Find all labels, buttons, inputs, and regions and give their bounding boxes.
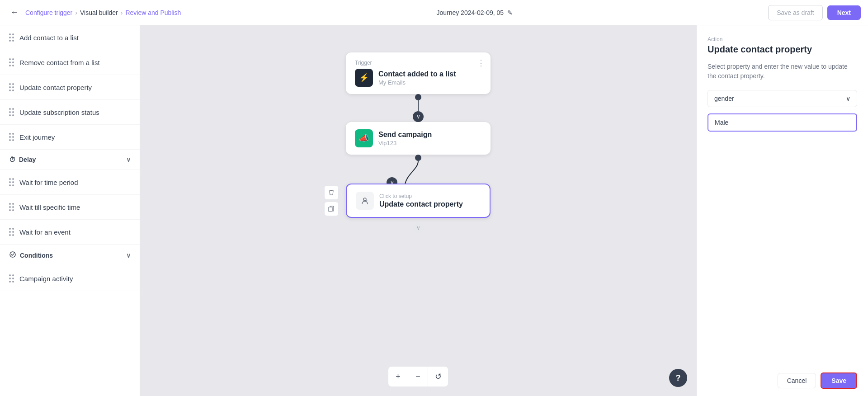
cancel-button[interactable]: Cancel bbox=[778, 373, 816, 388]
drag-handle bbox=[9, 228, 14, 236]
edit-title-icon[interactable]: ✎ bbox=[507, 9, 513, 16]
sidebar-label-wait-specific-time: Wait till specific time bbox=[19, 203, 80, 211]
drag-handle bbox=[9, 108, 14, 116]
panel-description: Select property and enter the new value … bbox=[708, 62, 857, 81]
breadcrumb-visual-builder[interactable]: Visual builder bbox=[80, 9, 118, 16]
sidebar-item-update-contact-property[interactable]: Update contact property bbox=[0, 75, 140, 100]
update-node-wrapper: Click to setup Update contact property bbox=[346, 184, 491, 218]
right-panel: Action Update contact property Select pr… bbox=[696, 25, 868, 396]
trigger-node[interactable]: Trigger ⚡ Contact added to a list My Ema… bbox=[346, 52, 491, 94]
sidebar-item-wait-event[interactable]: Wait for an event bbox=[0, 220, 140, 245]
panel-title: Update contact property bbox=[708, 44, 857, 55]
breadcrumb: Configure trigger › Visual builder › Rev… bbox=[25, 9, 181, 16]
drag-handle bbox=[9, 203, 14, 211]
property-select-value: gender bbox=[714, 95, 734, 102]
trigger-subtitle: My Emails bbox=[378, 79, 456, 86]
journey-title: Journey 2024-02-09, 05 bbox=[436, 9, 504, 16]
sidebar: Add contact to a list Remove contact fro… bbox=[0, 25, 140, 396]
add-node-chevron[interactable]: ∨ bbox=[413, 222, 424, 233]
sidebar-label-campaign-activity: Campaign activity bbox=[19, 275, 73, 283]
delay-icon-label: ⏱ Delay bbox=[9, 156, 36, 163]
panel-section-label: Action bbox=[708, 36, 857, 42]
next-button[interactable]: Next bbox=[827, 5, 861, 20]
drag-handle bbox=[9, 178, 14, 186]
click-to-setup-label: Click to setup bbox=[379, 193, 463, 199]
property-select[interactable]: gender ∨ bbox=[708, 90, 857, 107]
sidebar-label-update-subscription: Update subscription status bbox=[19, 108, 99, 116]
update-node-header: Click to setup Update contact property bbox=[356, 192, 481, 210]
conditions-icon bbox=[9, 251, 16, 259]
drag-handle bbox=[9, 58, 14, 66]
svg-point-2 bbox=[363, 198, 366, 201]
delay-chevron-icon: ∨ bbox=[126, 156, 131, 163]
header-left: ← Configure trigger › Visual builder › R… bbox=[7, 5, 181, 20]
save-draft-button[interactable]: Save as draft bbox=[768, 5, 823, 20]
drag-handle bbox=[9, 274, 14, 283]
save-button[interactable]: Save bbox=[821, 372, 857, 389]
panel-footer: Cancel Save bbox=[697, 365, 868, 396]
campaign-node[interactable]: 📣 Send campaign Vip123 bbox=[346, 122, 491, 155]
drag-handle bbox=[9, 133, 14, 141]
trigger-icon: ⚡ bbox=[355, 69, 373, 87]
sidebar-item-remove-contact[interactable]: Remove contact from a list bbox=[0, 50, 140, 75]
sidebar-item-exit-journey[interactable]: Exit journey bbox=[0, 125, 140, 150]
clock-icon: ⏱ bbox=[9, 156, 15, 163]
update-node-title: Update contact property bbox=[379, 200, 463, 208]
connector-line bbox=[418, 100, 419, 111]
svg-rect-1 bbox=[329, 207, 332, 212]
campaign-node-header: 📣 Send campaign Vip123 bbox=[355, 129, 481, 147]
sidebar-item-wait-time-period[interactable]: Wait for time period bbox=[0, 170, 140, 195]
trigger-menu-icon[interactable]: ⋮ bbox=[477, 58, 485, 68]
breadcrumb-review-publish[interactable]: Review and Publish bbox=[125, 9, 181, 16]
breadcrumb-configure-trigger[interactable]: Configure trigger bbox=[25, 9, 72, 16]
reset-zoom-button[interactable]: ↺ bbox=[428, 367, 448, 387]
update-contact-node[interactable]: Click to setup Update contact property bbox=[346, 184, 491, 218]
sidebar-label-exit-journey: Exit journey bbox=[19, 133, 55, 141]
sidebar-item-update-subscription[interactable]: Update subscription status bbox=[0, 100, 140, 125]
property-value-input[interactable] bbox=[708, 113, 857, 132]
journey-title-area: Journey 2024-02-09, 05 ✎ bbox=[436, 9, 513, 16]
zoom-in-button[interactable]: + bbox=[388, 367, 408, 387]
sidebar-item-campaign-activity[interactable]: Campaign activity bbox=[0, 266, 140, 291]
conditions-section-header[interactable]: Conditions ∨ bbox=[0, 245, 140, 266]
trigger-node-header: ⚡ Contact added to a list My Emails bbox=[355, 69, 481, 87]
delete-node-button[interactable] bbox=[324, 185, 339, 200]
header-right: Save as draft Next bbox=[768, 5, 861, 20]
back-button[interactable]: ← bbox=[7, 5, 22, 20]
connector-dot bbox=[415, 94, 421, 100]
sidebar-label-wait-time-period: Wait for time period bbox=[19, 179, 78, 186]
sidebar-label-remove-contact: Remove contact from a list bbox=[19, 59, 100, 66]
update-icon bbox=[356, 192, 374, 210]
connector-1: ∨ bbox=[413, 94, 424, 122]
main-area: Add contact to a list Remove contact fro… bbox=[0, 25, 868, 396]
drag-handle bbox=[9, 83, 14, 91]
sidebar-label-update-contact-property: Update contact property bbox=[19, 84, 92, 91]
sidebar-label-wait-event: Wait for an event bbox=[19, 228, 71, 236]
connector-dot-2 bbox=[415, 155, 421, 161]
conditions-icon-label: Conditions bbox=[9, 251, 53, 259]
drag-handle bbox=[9, 33, 14, 42]
delay-section-header[interactable]: ⏱ Delay ∨ bbox=[0, 150, 140, 170]
canvas-toolbar: + − ↺ bbox=[388, 366, 448, 387]
sidebar-label-add-contact: Add contact to a list bbox=[19, 34, 79, 42]
campaign-subtitle: Vip123 bbox=[378, 140, 432, 146]
header: ← Configure trigger › Visual builder › R… bbox=[0, 0, 868, 25]
connector-chevron: ∨ bbox=[413, 111, 424, 122]
canvas: Trigger ⚡ Contact added to a list My Ema… bbox=[140, 25, 696, 396]
campaign-icon: 📣 bbox=[355, 129, 373, 147]
campaign-title: Send campaign bbox=[378, 131, 432, 139]
chevron-down-icon: ∨ bbox=[846, 95, 850, 102]
conditions-chevron-icon: ∨ bbox=[126, 252, 131, 259]
help-button[interactable]: ? bbox=[669, 369, 687, 387]
connector-2: ∨ bbox=[400, 155, 436, 188]
panel-body: Action Update contact property Select pr… bbox=[697, 25, 868, 365]
sidebar-item-wait-specific-time[interactable]: Wait till specific time bbox=[0, 195, 140, 220]
flow-container: Trigger ⚡ Contact added to a list My Ema… bbox=[346, 52, 491, 233]
duplicate-node-button[interactable] bbox=[324, 202, 339, 216]
zoom-out-button[interactable]: − bbox=[408, 367, 428, 387]
connector-3: ∨ bbox=[413, 218, 424, 233]
trigger-title: Contact added to a list bbox=[378, 70, 456, 78]
trigger-label: Trigger bbox=[355, 60, 481, 66]
node-action-buttons bbox=[324, 185, 339, 216]
sidebar-item-add-contact[interactable]: Add contact to a list bbox=[0, 25, 140, 50]
